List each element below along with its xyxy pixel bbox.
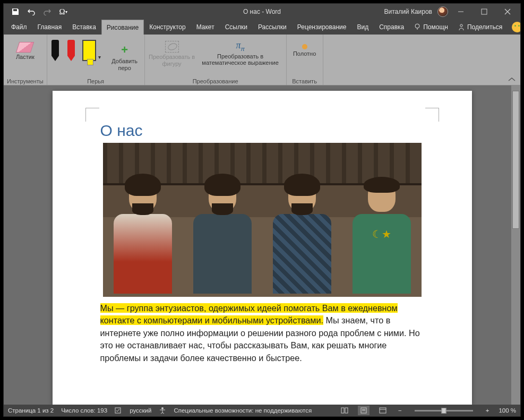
undo-button[interactable] [24, 4, 39, 19]
minimize-button[interactable] [450, 4, 471, 19]
share-label: Поделиться [467, 23, 502, 31]
svg-rect-1 [482, 9, 487, 14]
user-name: Виталий Каиров [384, 8, 432, 15]
ink-to-shape-label: Преобразовать в фигуру [148, 54, 196, 67]
highlighter-yellow[interactable] [82, 40, 96, 61]
tab-layout[interactable]: Макет [191, 20, 220, 35]
ink-to-shape-icon [165, 41, 179, 53]
ribbon: Ластик Инструменты ▾ + Добавить перо Пер… [4, 35, 520, 85]
lightbulb-icon [414, 23, 421, 31]
close-button[interactable] [497, 4, 518, 19]
ink-to-shape-button[interactable]: Преобразовать в фигуру [148, 38, 196, 75]
vertical-scrollbar[interactable] [511, 85, 520, 405]
share-button[interactable]: Поделиться [453, 23, 506, 31]
symbol-button[interactable]: Ω ▾ [56, 4, 71, 19]
zoom-out-button[interactable]: − [396, 407, 404, 414]
menubar: Файл Главная Вставка Рисование Конструкт… [4, 20, 520, 35]
titlebar: Ω ▾ О нас - Word Виталий Каиров [4, 4, 520, 20]
highlighter-dropdown[interactable]: ▾ [97, 53, 102, 61]
scrollbar-thumb[interactable] [512, 91, 519, 229]
tab-view[interactable]: Вид [351, 20, 374, 35]
view-print-button[interactable] [358, 406, 370, 415]
avatar[interactable] [437, 6, 448, 17]
svg-point-2 [415, 24, 419, 28]
svg-point-6 [161, 407, 164, 409]
tell-me-label: Помощн [423, 23, 448, 31]
margin-corner-tr [425, 108, 439, 122]
canvas-button[interactable]: Полотно [290, 38, 320, 75]
view-read-button[interactable] [339, 406, 350, 415]
svg-rect-7 [341, 408, 344, 413]
plus-icon: + [121, 43, 128, 57]
collapse-ribbon-button[interactable] [508, 76, 516, 83]
tab-design[interactable]: Конструктор [144, 20, 191, 35]
share-icon [458, 23, 465, 31]
group-pens: ▾ + Добавить перо Перья [47, 35, 145, 85]
tab-references[interactable]: Ссылки [220, 20, 253, 35]
pen-red[interactable] [66, 40, 76, 61]
add-pen-button[interactable]: + Добавить перо [108, 40, 141, 77]
ink-to-math-button[interactable]: ππ Преобразовать в математическое выраже… [198, 38, 283, 75]
eraser-icon [16, 42, 34, 53]
workspace: О нас Мы — группа энтузиастов, одержимых… [4, 85, 520, 405]
zoom-value[interactable]: 100 % [499, 407, 516, 414]
group-tools: Ластик Инструменты [4, 35, 47, 85]
tab-home[interactable]: Главная [32, 20, 67, 35]
status-accessibility[interactable]: Специальные возможности: не поддерживают… [174, 407, 312, 414]
document-image[interactable] [103, 143, 422, 297]
proofing-icon[interactable] [115, 407, 122, 414]
doc-paragraph[interactable]: Мы — группа энтузиастов, одержимых идеей… [100, 302, 424, 364]
zoom-in-button[interactable]: + [484, 407, 492, 414]
eraser-label: Ластик [16, 54, 35, 61]
svg-point-4 [460, 24, 462, 27]
status-language[interactable]: русский [130, 407, 151, 414]
tab-mailings[interactable]: Рассылки [253, 20, 292, 35]
document-page[interactable]: О нас Мы — группа энтузиастов, одержимых… [53, 91, 472, 405]
svg-rect-12 [380, 408, 386, 413]
app-window: Ω ▾ О нас - Word Виталий Каиров Файл Гла… [3, 3, 521, 417]
save-button[interactable] [8, 4, 23, 19]
eraser-button[interactable]: Ластик [10, 38, 40, 75]
view-web-button[interactable] [377, 406, 389, 415]
group-insert-label: Вставить [292, 78, 317, 85]
group-transform: Преобразовать в фигуру ππ Преобразовать … [145, 35, 287, 85]
pen-black[interactable] [50, 40, 60, 61]
add-pen-label: Добавить перо [108, 58, 141, 71]
canvas-label: Полотно [293, 50, 316, 57]
statusbar: Страница 1 из 2 Число слов: 193 русский … [4, 405, 520, 416]
maximize-button[interactable] [474, 4, 495, 19]
group-transform-label: Преобразование [193, 78, 238, 85]
redo-button[interactable] [40, 4, 55, 19]
math-icon: ππ [236, 40, 244, 52]
margin-corner-tl [85, 108, 99, 122]
status-page[interactable]: Страница 1 из 2 [8, 407, 54, 414]
doc-heading[interactable]: О нас [100, 122, 424, 140]
status-words[interactable]: Число слов: 193 [61, 407, 107, 414]
tab-draw[interactable]: Рисование [101, 20, 144, 35]
canvas-icon [302, 44, 307, 49]
feedback-icon[interactable] [512, 22, 521, 32]
tab-help[interactable]: Справка [374, 20, 409, 35]
tab-file[interactable]: Файл [6, 20, 32, 35]
zoom-slider[interactable] [415, 410, 473, 412]
a11y-icon[interactable] [159, 407, 166, 414]
tab-review[interactable]: Рецензирование [292, 20, 352, 35]
tab-insert[interactable]: Вставка [67, 20, 101, 35]
ink-to-math-label: Преобразовать в математическое выражение [198, 53, 283, 66]
group-pens-label: Перья [87, 78, 104, 85]
svg-rect-8 [345, 408, 348, 413]
tell-me[interactable]: Помощн [409, 23, 452, 31]
group-insert: Полотно Вставить [287, 35, 323, 85]
group-tools-label: Инструменты [7, 78, 44, 85]
